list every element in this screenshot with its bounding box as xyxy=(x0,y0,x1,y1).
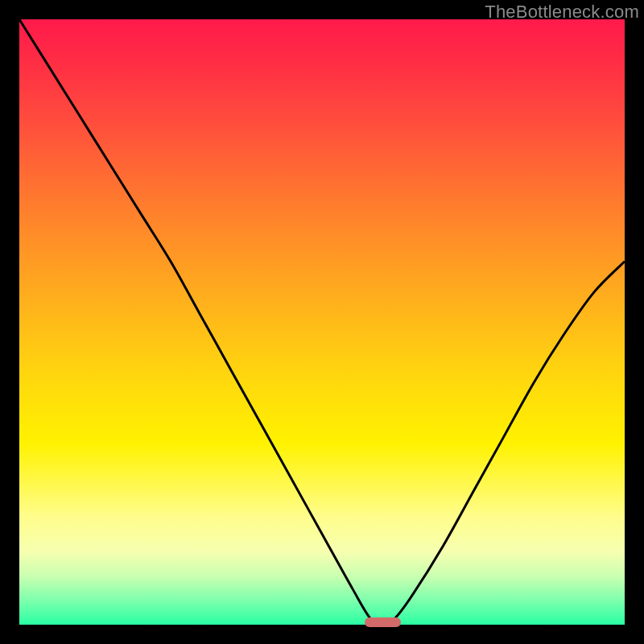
minimum-marker xyxy=(365,617,401,627)
bottleneck-curve-path xyxy=(19,19,625,625)
plot-area xyxy=(19,19,625,625)
chart-frame: TheBottleneck.com xyxy=(0,0,644,644)
curve-svg xyxy=(19,19,625,625)
